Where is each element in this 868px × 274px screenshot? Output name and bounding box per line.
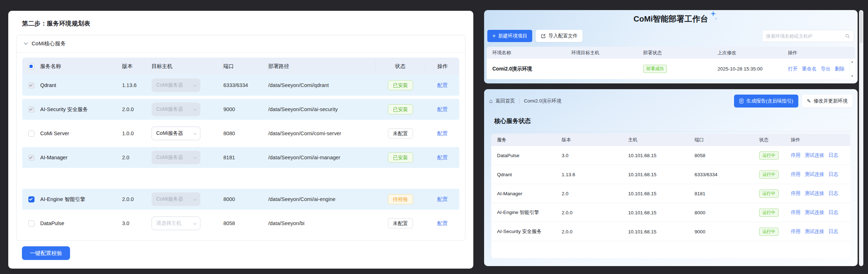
- generate-report-button[interactable]: 生成报告(含后续指引): [734, 95, 798, 108]
- core-service-row: AI-Security 安全服务2.0.010.101.68.159000运行中…: [491, 222, 850, 241]
- core-status-title: 核心服务状态: [494, 117, 853, 125]
- table-header-row: 服务名称版本目标主机端口部署路径状态操作: [22, 58, 459, 75]
- logs-link[interactable]: 日志: [828, 152, 838, 159]
- core-ops-cell: 停用测试连接日志: [785, 209, 850, 216]
- core-service-version: 1.13.6: [556, 172, 622, 177]
- edit-square-icon: [541, 33, 546, 38]
- core-ops-cell: 停用测试连接日志: [785, 152, 850, 159]
- select-all-checkbox[interactable]: [28, 63, 34, 69]
- scroll-down-icon[interactable]: ▼: [851, 75, 854, 77]
- logs-link[interactable]: 日志: [828, 171, 838, 178]
- service-port: 6333/6334: [223, 82, 268, 88]
- service-version: 2.0: [122, 155, 152, 160]
- configure-link[interactable]: 配置: [437, 196, 448, 203]
- core-service-name: DataPulse: [491, 153, 556, 158]
- test-connection-link[interactable]: 测试连接: [805, 190, 824, 197]
- test-connection-link[interactable]: 测试连接: [805, 209, 824, 216]
- core-status-cell: 运行中: [753, 228, 785, 236]
- check-icon: [29, 155, 33, 159]
- configure-link[interactable]: 配置: [437, 154, 448, 161]
- chevron-down-icon: [193, 83, 197, 87]
- ops-cell: 配置: [426, 106, 459, 113]
- status-cell: 待校验: [375, 194, 426, 205]
- scroll-up-icon[interactable]: ▲: [851, 60, 854, 63]
- scrollbar-thumb[interactable]: [860, 11, 863, 43]
- test-connection-link[interactable]: 测试连接: [805, 228, 824, 235]
- row-checkbox[interactable]: [28, 220, 34, 227]
- status-column-header-version: 版本: [556, 137, 622, 143]
- chevron-down-icon: [193, 155, 197, 159]
- logs-link[interactable]: 日志: [828, 209, 838, 216]
- host-select[interactable]: CoMi服务器: [152, 127, 200, 140]
- new-env-button[interactable]: + 新建环境项目: [487, 30, 532, 42]
- update-env-button[interactable]: ✎ 修改并更新环境: [802, 95, 853, 108]
- target-host-cell: CoMi服务器: [152, 78, 223, 92]
- logs-link[interactable]: 日志: [828, 228, 838, 235]
- chevron-down-icon: [24, 41, 28, 45]
- ops-cell: 配置: [426, 196, 459, 203]
- export-link[interactable]: 导出: [821, 66, 831, 72]
- service-name: AI-Engine 智能引擎: [40, 196, 122, 203]
- breadcrumb-home-link[interactable]: 返回首页: [496, 98, 515, 104]
- planning-panel: 第二步：服务环境规划表 CoMi核心服务 服务名称版本目标主机端口部署路径状态操…: [8, 11, 473, 269]
- core-service-row: DataPulse3.010.101.68.158058运行中停用测试连接日志: [491, 146, 850, 165]
- row-checkbox: [28, 155, 34, 161]
- status-column-header-status: 状态: [753, 137, 785, 143]
- deploy-status-badge: 部署成功: [643, 65, 667, 73]
- deploy-path: /data/Seeyon/Comi/ai-manager: [268, 155, 375, 160]
- service-version: 1.0.0: [122, 131, 152, 136]
- service-name: DataPulse: [40, 220, 122, 226]
- logs-link[interactable]: 日志: [828, 190, 838, 197]
- chevron-down-icon: [193, 221, 197, 225]
- stop-link[interactable]: 停用: [791, 190, 800, 197]
- environment-header: ⌂ 返回首页 Comi2.0演示环境 生成报告(含后续指引) ✎ 修改并更新环境: [489, 94, 853, 108]
- test-connection-link[interactable]: 测试连接: [805, 152, 824, 159]
- core-service-host: 10.101.68.15: [622, 191, 689, 196]
- configure-link[interactable]: 配置: [437, 220, 448, 227]
- stop-link[interactable]: 停用: [791, 171, 800, 178]
- delete-link[interactable]: 删除: [835, 66, 845, 72]
- host-select[interactable]: 请选择主机: [152, 216, 200, 230]
- test-connection-link[interactable]: 测试连接: [805, 171, 824, 178]
- status-cell: 未配置: [375, 128, 426, 139]
- row-checkbox[interactable]: [28, 196, 34, 202]
- sparkle-small-icon: [715, 17, 718, 20]
- validate-config-button[interactable]: 一键配置校验: [22, 246, 70, 260]
- row-checkbox[interactable]: [28, 131, 34, 137]
- core-services-section-header[interactable]: CoMi核心服务: [17, 35, 465, 52]
- check-icon: [29, 107, 33, 111]
- ops-cell: 配置: [426, 154, 459, 161]
- import-config-button[interactable]: 导入配置文件: [536, 30, 582, 42]
- column-header-status: 状态: [375, 61, 426, 71]
- rename-link[interactable]: 重命名: [802, 66, 817, 72]
- environment-detail-card: ⌂ 返回首页 Comi2.0演示环境 生成报告(含后续指引) ✎ 修改并更新环境…: [484, 89, 858, 266]
- stop-link[interactable]: 停用: [791, 152, 800, 159]
- sparkle-icon: [710, 11, 716, 17]
- service-row: Qdrant1.13.6CoMi服务器6333/6334/data/Seeyon…: [22, 75, 459, 96]
- deploy-path: /data/Seeyon/bi: [268, 220, 375, 226]
- service-name: CoMi Server: [40, 131, 122, 136]
- open-link[interactable]: 打开: [788, 66, 798, 72]
- panel-scrollbar[interactable]: [859, 10, 863, 266]
- host-select-value: CoMi服务器: [156, 130, 183, 137]
- stop-link[interactable]: 停用: [791, 228, 800, 235]
- env-name: Comi2.0演示环境: [487, 66, 566, 72]
- configure-link[interactable]: 配置: [437, 82, 448, 89]
- env-status-cell: 部署成功: [637, 65, 712, 73]
- status-cell: 已安装: [375, 104, 426, 115]
- core-service-port: 9000: [689, 229, 753, 234]
- core-status-table-container: 服务版本主机端口状态操作DataPulse3.010.101.68.158058…: [491, 134, 850, 258]
- env-table-scrollbar[interactable]: ▲ ▼: [849, 59, 855, 79]
- column-header-ops: 操作: [426, 61, 459, 71]
- page-title: 第二步：服务环境规划表: [22, 19, 465, 28]
- stop-link[interactable]: 停用: [791, 209, 800, 216]
- core-service-name: AI-Security 安全服务: [491, 228, 556, 235]
- host-select-value: CoMi服务器: [156, 154, 183, 161]
- service-port: 8080: [223, 131, 268, 136]
- host-select: CoMi服务器: [152, 102, 200, 116]
- column-header-host: 目标主机: [152, 61, 223, 71]
- target-host-cell: CoMi服务器: [152, 127, 223, 140]
- configure-link[interactable]: 配置: [437, 106, 448, 113]
- search-input[interactable]: [766, 33, 845, 39]
- configure-link[interactable]: 配置: [437, 130, 448, 137]
